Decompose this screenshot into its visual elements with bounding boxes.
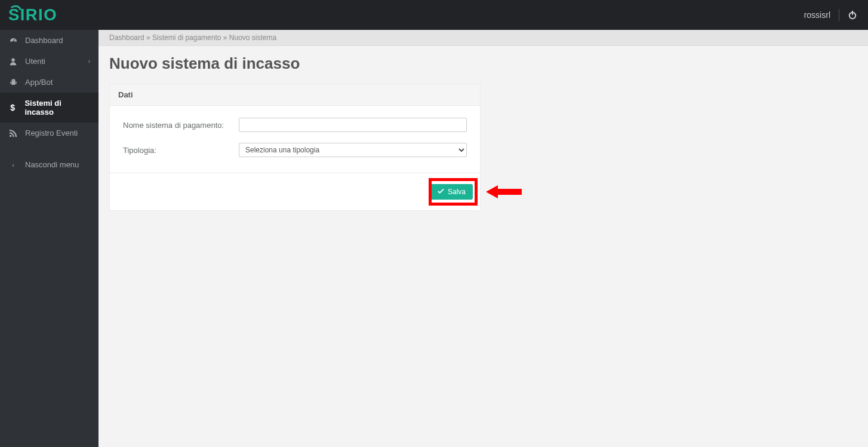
sidebar-item-sistemi-incasso[interactable]: $ Sistemi di incasso [0, 93, 99, 123]
breadcrumb-item[interactable]: Dashboard [109, 33, 144, 42]
sidebar-item-dashboard[interactable]: Dashboard [0, 30, 99, 51]
dashboard-icon [8, 36, 18, 45]
save-button-label: Salva [448, 188, 466, 196]
form-row-nome: Nome sistema di pagamento: [123, 118, 467, 132]
sidebar-item-label: Registro Eventi [25, 128, 78, 137]
svg-point-5 [11, 58, 15, 62]
sidebar: Dashboard Utenti › App/Bot $ Sistemi di … [0, 30, 99, 447]
page-title: Nuovo sistema di incasso [99, 46, 868, 84]
svg-point-10 [10, 134, 12, 137]
breadcrumb-item: Nuovo sistema [229, 33, 276, 42]
svg-text:$: $ [10, 103, 15, 112]
breadcrumb-sep: » [223, 33, 229, 42]
sidebar-item-label: Utenti [25, 57, 45, 66]
sidebar-item-label: Dashboard [25, 36, 63, 45]
chevron-left-icon: ‹ [8, 161, 18, 169]
svg-rect-7 [10, 81, 11, 84]
tipologia-select[interactable]: Seleziona una tipologia [239, 143, 467, 157]
sidebar-item-registro-eventi[interactable]: Registro Eventi [0, 123, 99, 143]
tipologia-label: Tipologia: [123, 146, 239, 155]
chevron-right-icon: › [88, 58, 90, 65]
username-label[interactable]: rossisrl [804, 10, 830, 20]
nav-divider [839, 9, 839, 21]
breadcrumb: Dashboard » Sistemi di pagamento » Nuovo… [99, 30, 868, 46]
sidebar-collapse-label: Nascondi menu [25, 160, 79, 169]
svg-rect-6 [11, 81, 16, 85]
breadcrumb-sep: » [146, 33, 152, 42]
main-content: Dashboard » Sistemi di pagamento » Nuovo… [99, 30, 868, 447]
sidebar-item-utenti[interactable]: Utenti › [0, 51, 99, 72]
svg-text:SIRIO: SIRIO [8, 5, 57, 24]
power-icon[interactable] [848, 10, 857, 20]
form-panel: Dati Nome sistema di pagamento: Tipologi… [109, 84, 481, 211]
check-icon [438, 188, 444, 196]
sidebar-collapse[interactable]: ‹ Nascondi menu [0, 154, 99, 175]
rss-icon [8, 129, 18, 137]
breadcrumb-item[interactable]: Sistemi di pagamento [152, 33, 221, 42]
dollar-icon: $ [8, 103, 17, 112]
brand-logo[interactable]: SIRIO [0, 0, 86, 30]
nome-input[interactable] [239, 118, 467, 132]
svg-rect-8 [16, 81, 16, 84]
form-row-tipologia: Tipologia: Seleziona una tipologia [123, 143, 467, 157]
android-icon [8, 78, 18, 87]
sidebar-item-label: App/Bot [25, 78, 53, 87]
panel-heading: Dati [110, 84, 480, 106]
sidebar-item-appbot[interactable]: App/Bot [0, 72, 99, 93]
sidebar-item-label: Sistemi di incasso [24, 99, 90, 117]
user-icon [8, 57, 18, 66]
save-button[interactable]: Salva [430, 184, 473, 200]
top-navbar: SIRIO rossisrl [0, 0, 868, 30]
annotation-arrow [486, 185, 522, 198]
svg-rect-2 [852, 11, 853, 15]
nome-label: Nome sistema di pagamento: [123, 121, 239, 130]
